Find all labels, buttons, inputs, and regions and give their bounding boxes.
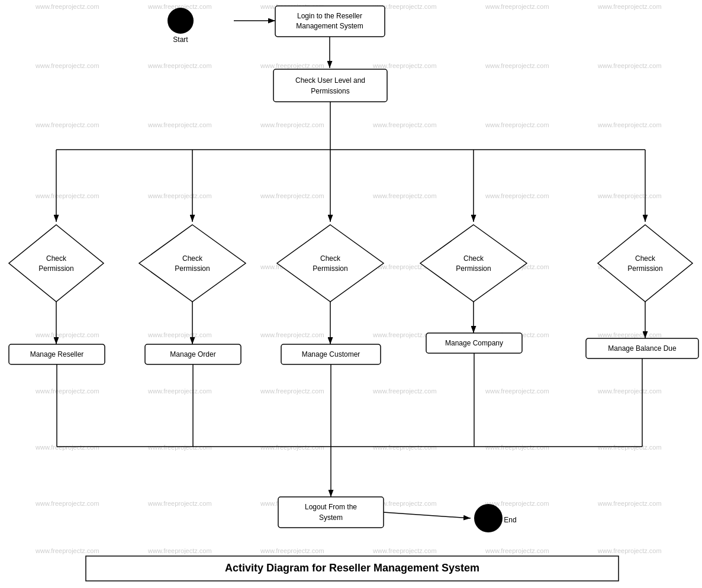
manage-order-label: Manage Order bbox=[170, 350, 215, 358]
svg-text:www.freeprojectz.com: www.freeprojectz.com bbox=[260, 387, 324, 395]
diamond-2-label-1: Check bbox=[182, 254, 203, 263]
diamond-2 bbox=[139, 225, 246, 302]
logout-label-2: System bbox=[319, 513, 343, 522]
svg-text:www.freeprojectz.com: www.freeprojectz.com bbox=[260, 547, 324, 554]
svg-text:www.freeprojectz.com: www.freeprojectz.com bbox=[597, 331, 662, 338]
check-perm-label-2: Permissions bbox=[311, 87, 349, 95]
login-box bbox=[275, 6, 385, 37]
login-label-2: Management System bbox=[296, 22, 363, 30]
svg-text:www.freeprojectz.com: www.freeprojectz.com bbox=[485, 547, 549, 554]
svg-text:www.freeprojectz.com: www.freeprojectz.com bbox=[147, 500, 212, 507]
check-permissions-box bbox=[273, 69, 387, 102]
diamond-5-label-2: Permission bbox=[627, 264, 662, 273]
svg-text:www.freeprojectz.com: www.freeprojectz.com bbox=[147, 121, 212, 128]
manage-balance-label: Manage Balance Due bbox=[608, 344, 677, 353]
diamond-1-label-2: Permission bbox=[38, 264, 73, 273]
svg-text:www.freeprojectz.com: www.freeprojectz.com bbox=[35, 500, 99, 507]
svg-text:www.freeprojectz.com: www.freeprojectz.com bbox=[260, 444, 324, 451]
svg-text:www.freeprojectz.com: www.freeprojectz.com bbox=[597, 444, 662, 451]
login-label-1: Login to the Reseller bbox=[297, 12, 362, 20]
svg-text:www.freeprojectz.com: www.freeprojectz.com bbox=[35, 192, 99, 199]
svg-text:www.freeprojectz.com: www.freeprojectz.com bbox=[597, 500, 662, 507]
svg-text:www.freeprojectz.com: www.freeprojectz.com bbox=[485, 62, 549, 69]
svg-text:www.freeprojectz.com: www.freeprojectz.com bbox=[485, 444, 549, 451]
svg-text:www.freeprojectz.com: www.freeprojectz.com bbox=[260, 62, 324, 69]
svg-text:www.freeprojectz.com: www.freeprojectz.com bbox=[147, 62, 212, 69]
diamond-2-label-2: Permission bbox=[175, 264, 210, 273]
svg-text:www.freeprojectz.com: www.freeprojectz.com bbox=[485, 3, 549, 10]
svg-text:www.freeprojectz.com: www.freeprojectz.com bbox=[35, 387, 99, 395]
svg-text:www.freeprojectz.com: www.freeprojectz.com bbox=[35, 547, 99, 554]
diamond-4-label-1: Check bbox=[463, 254, 484, 263]
svg-text:www.freeprojectz.com: www.freeprojectz.com bbox=[597, 3, 662, 10]
svg-text:www.freeprojectz.com: www.freeprojectz.com bbox=[485, 121, 549, 128]
start-circle bbox=[168, 8, 194, 34]
svg-text:www.freeprojectz.com: www.freeprojectz.com bbox=[372, 192, 437, 199]
svg-text:www.freeprojectz.com: www.freeprojectz.com bbox=[597, 387, 662, 395]
svg-text:www.freeprojectz.com: www.freeprojectz.com bbox=[597, 547, 662, 554]
svg-text:www.freeprojectz.com: www.freeprojectz.com bbox=[147, 444, 212, 451]
manage-reseller-label: Manage Reseller bbox=[30, 350, 84, 358]
end-circle bbox=[474, 504, 503, 532]
svg-text:www.freeprojectz.com: www.freeprojectz.com bbox=[597, 121, 662, 128]
svg-text:www.freeprojectz.com: www.freeprojectz.com bbox=[260, 331, 324, 338]
svg-text:www.freeprojectz.com: www.freeprojectz.com bbox=[147, 387, 212, 395]
svg-text:www.freeprojectz.com: www.freeprojectz.com bbox=[485, 192, 549, 199]
svg-text:www.freeprojectz.com: www.freeprojectz.com bbox=[597, 192, 662, 199]
svg-text:www.freeprojectz.com: www.freeprojectz.com bbox=[485, 387, 549, 395]
manage-company-label: Manage Company bbox=[445, 339, 503, 347]
diamond-4 bbox=[420, 225, 527, 302]
arrow-logout-end bbox=[384, 512, 471, 518]
end-label: End bbox=[504, 516, 516, 524]
svg-text:www.freeprojectz.com: www.freeprojectz.com bbox=[372, 444, 437, 451]
svg-text:www.freeprojectz.com: www.freeprojectz.com bbox=[35, 121, 99, 128]
diamond-3-label-1: Check bbox=[320, 254, 341, 263]
svg-text:www.freeprojectz.com: www.freeprojectz.com bbox=[372, 547, 437, 554]
title-text: Activity Diagram for Reseller Management… bbox=[225, 562, 479, 574]
diamond-5-label-1: Check bbox=[635, 254, 656, 263]
svg-text:www.freeprojectz.com: www.freeprojectz.com bbox=[372, 62, 437, 69]
svg-text:www.freeprojectz.com: www.freeprojectz.com bbox=[260, 192, 324, 199]
diamond-4-label-2: Permission bbox=[456, 264, 491, 273]
svg-text:www.freeprojectz.com: www.freeprojectz.com bbox=[597, 62, 662, 69]
diamond-5 bbox=[598, 225, 693, 302]
logout-box bbox=[278, 497, 384, 528]
diamond-3 bbox=[277, 225, 384, 302]
svg-text:www.freeprojectz.com: www.freeprojectz.com bbox=[35, 444, 99, 451]
diamond-1-label-1: Check bbox=[46, 254, 67, 263]
diagram-container: www.freeprojectz.com www.freeprojectz.co… bbox=[0, 0, 702, 588]
svg-text:www.freeprojectz.com: www.freeprojectz.com bbox=[35, 331, 99, 338]
logout-label-1: Logout From the bbox=[305, 503, 357, 511]
svg-text:www.freeprojectz.com: www.freeprojectz.com bbox=[372, 387, 437, 395]
svg-text:www.freeprojectz.com: www.freeprojectz.com bbox=[147, 547, 212, 554]
diamond-1 bbox=[9, 225, 104, 302]
check-perm-label-1: Check User Level and bbox=[295, 76, 365, 85]
svg-text:www.freeprojectz.com: www.freeprojectz.com bbox=[147, 192, 212, 199]
svg-text:www.freeprojectz.com: www.freeprojectz.com bbox=[372, 121, 437, 128]
svg-text:www.freeprojectz.com: www.freeprojectz.com bbox=[35, 62, 99, 69]
svg-text:www.freeprojectz.com: www.freeprojectz.com bbox=[147, 331, 212, 338]
svg-text:www.freeprojectz.com: www.freeprojectz.com bbox=[35, 3, 99, 10]
diamond-3-label-2: Permission bbox=[313, 264, 347, 273]
start-label: Start bbox=[173, 35, 188, 44]
manage-customer-label: Manage Customer bbox=[302, 350, 360, 358]
svg-text:www.freeprojectz.com: www.freeprojectz.com bbox=[260, 121, 324, 128]
